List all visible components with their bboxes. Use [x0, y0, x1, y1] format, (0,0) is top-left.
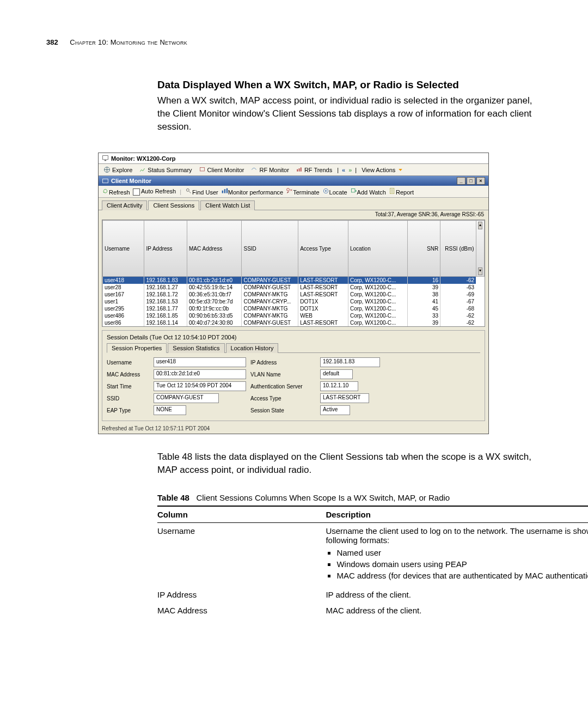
label-vlan: VLAN Name	[250, 372, 316, 378]
label-access: Access Type	[250, 395, 316, 401]
auto-refresh-toggle[interactable]: Auto Refresh	[133, 188, 176, 196]
col-header-column: Column	[157, 506, 326, 523]
scrollbar[interactable]: ▴ ▾	[476, 221, 484, 277]
svg-point-14	[325, 191, 326, 192]
top-toolbar: Explore Status Summary Client Monitor RF…	[99, 164, 488, 176]
table48-label: Table 48	[157, 493, 189, 502]
window-title-bar: Monitor: WX1200-Corp	[99, 153, 488, 164]
report-icon	[389, 187, 396, 194]
tab-client-sessions[interactable]: Client Sessions	[148, 200, 199, 210]
value-ssid: COMPANY-GUEST	[154, 393, 219, 403]
rf-monitor-icon	[250, 166, 258, 173]
value-start: Tue Oct 12 10:54:09 PDT 2004	[154, 381, 246, 391]
section-title: Data Displayed When a WX Switch, MAP, or…	[157, 79, 542, 91]
col-ip[interactable]: IP Address	[144, 221, 187, 277]
table-row[interactable]: user486192.168.1.8500:90:b6:b5:33:d5COMP…	[103, 312, 485, 319]
table-row-mac: MAC Address MAC address of the client.	[157, 602, 588, 618]
window-title-text: Monitor: WX1200-Corp	[111, 155, 176, 162]
table-row[interactable]: user1192.168.1.5300:5e:d3:70:be:7dCOMPAN…	[103, 298, 485, 305]
refresh-icon	[102, 187, 109, 194]
label-username: Username	[107, 360, 149, 366]
action-toolbar: Refresh Auto Refresh | Find User Monitor…	[99, 186, 488, 198]
globe-icon	[103, 166, 111, 173]
maximize-button[interactable]: □	[467, 177, 475, 185]
session-details-panel: Session Details (Tue Oct 12 10:54:10 PDT…	[102, 330, 485, 421]
bullet-named-user: Named user	[336, 548, 588, 557]
table-row[interactable]: user28192.168.1.2700:42:55:19:8c:14COMPA…	[103, 284, 485, 291]
page-header: 382 Chapter 10: Monitoring the Network	[46, 38, 542, 46]
status-bar: Refreshed at Tue Oct 12 10:57:11 PDT 200…	[99, 424, 488, 434]
client-monitor-icon	[199, 166, 206, 173]
table-row-ip: IP Address IP address of the client.	[157, 587, 588, 602]
terminate-button[interactable]: Terminate	[286, 187, 319, 196]
tab-client-activity[interactable]: Client Activity	[102, 200, 147, 210]
col-ssid[interactable]: SSID	[242, 221, 298, 277]
col-mac[interactable]: MAC Address	[187, 221, 242, 277]
tab-client-watch-list[interactable]: Client Watch List	[200, 200, 255, 210]
after-screenshot-text: Table 48 lists the data displayed on the…	[157, 451, 542, 477]
table-row[interactable]: user295192.168.1.7700:f0:1f:9c:cc:0bCOMP…	[103, 305, 485, 312]
value-state: Active	[320, 405, 350, 415]
minimize-button[interactable]: _	[457, 177, 465, 185]
scroll-up-icon[interactable]: ▴	[478, 222, 482, 229]
table-row[interactable]: user418192.168.1.8300:81:cb:2d:1d:e0COMP…	[103, 277, 485, 284]
table-row[interactable]: user86192.168.1.1400:40:d7:24:30:80COMPA…	[103, 319, 485, 326]
nav-prev-button[interactable]: «	[342, 167, 345, 173]
view-actions-button[interactable]: View Actions	[360, 166, 406, 174]
monitor-performance-button[interactable]: Monitor performance	[221, 187, 284, 196]
refresh-button[interactable]: Refresh	[102, 187, 130, 196]
session-details-heading: Session Details (Tue Oct 12 10:54:10 PDT…	[107, 334, 480, 340]
find-user-icon	[185, 187, 192, 194]
sessions-table: Username IP Address MAC Address SSID Acc…	[102, 220, 485, 327]
client-monitor-button[interactable]: Client Monitor	[197, 166, 246, 174]
svg-rect-11	[226, 188, 227, 193]
label-start: Start Time	[107, 384, 149, 389]
screenshot-monitor-window: Monitor: WX1200-Corp Explore Status Summ…	[98, 153, 489, 434]
table48: Column Description Username Username the…	[157, 506, 588, 618]
table-row[interactable]: user167192.168.1.7200:36:e5:31:0b:f7COMP…	[103, 291, 485, 298]
explore-button[interactable]: Explore	[102, 166, 134, 174]
rf-trends-button[interactable]: RF Trends	[294, 166, 334, 174]
nav-next-button[interactable]: »	[348, 167, 352, 173]
report-button[interactable]: Report	[389, 187, 414, 196]
svg-rect-15	[351, 189, 355, 193]
tab-session-properties[interactable]: Session Properties	[107, 343, 167, 353]
col-rssi[interactable]: RSSI (dBm)	[440, 221, 476, 277]
value-vlan: default	[320, 369, 353, 379]
value-mac: 00:81:cb:2d:1d:e0	[154, 369, 246, 379]
tab-session-statistics[interactable]: Session Statistics	[168, 343, 224, 353]
svg-rect-4	[297, 169, 298, 172]
scroll-down-icon[interactable]: ▾	[478, 267, 482, 275]
table-row-username: Username Username the client used to log…	[157, 522, 588, 587]
session-tabs: Client Activity Client Sessions Client W…	[99, 198, 488, 210]
details-tabs: Session Properties Session Statistics Lo…	[107, 343, 480, 353]
bullet-windows-peap: Windows domain users using PEAP	[336, 559, 588, 569]
label-ip: IP Address	[250, 360, 316, 366]
svg-rect-3	[200, 168, 204, 172]
col-location[interactable]: Location	[348, 221, 407, 277]
table48-caption: Table 48 Client Sessions Columns When Sc…	[157, 493, 542, 502]
col-username[interactable]: Username	[103, 221, 144, 277]
label-state: Session State	[250, 407, 316, 413]
close-button[interactable]: ×	[476, 177, 485, 185]
table48-title: Client Sessions Columns When Scope Is a …	[196, 493, 450, 502]
svg-rect-1	[105, 160, 106, 161]
rf-monitor-button[interactable]: RF Monitor	[249, 166, 290, 174]
add-watch-button[interactable]: Add Watch	[350, 187, 386, 196]
svg-rect-6	[301, 168, 302, 172]
down-arrow-icon	[397, 166, 404, 173]
tab-location-history[interactable]: Location History	[226, 343, 279, 353]
value-ip: 192.168.1.83	[320, 357, 380, 367]
svg-rect-0	[103, 156, 108, 160]
monitor-icon	[102, 155, 109, 162]
status-summary-button[interactable]: Status Summary	[137, 166, 193, 174]
label-eap: EAP Type	[107, 407, 149, 413]
col-header-description: Description	[326, 506, 588, 523]
locate-button[interactable]: Locate	[322, 187, 347, 196]
find-user-button[interactable]: Find User	[185, 187, 218, 196]
value-eap: NONE	[154, 405, 186, 415]
svg-point-12	[287, 188, 290, 191]
col-snr[interactable]: SNR	[408, 221, 440, 277]
col-access[interactable]: Access Type	[298, 221, 348, 277]
rf-trends-icon	[296, 166, 303, 173]
